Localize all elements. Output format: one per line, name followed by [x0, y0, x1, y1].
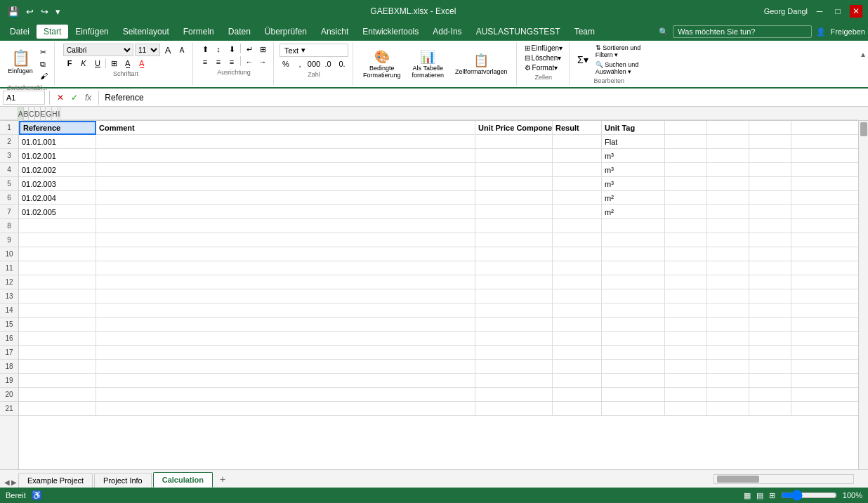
- row-num-8[interactable]: 8: [0, 219, 18, 233]
- scrollbar-thumb[interactable]: [860, 122, 867, 136]
- cell-A13[interactable]: [19, 289, 96, 303]
- cell-G11[interactable]: [665, 261, 707, 275]
- cell-H16[interactable]: [707, 332, 749, 346]
- font-name-select[interactable]: Calibri: [63, 44, 133, 56]
- cell-I8[interactable]: [749, 219, 791, 233]
- paste-button[interactable]: 📋 Einfügen: [3, 42, 38, 81]
- row-num-20[interactable]: 20: [0, 388, 18, 402]
- row-num-9[interactable]: 9: [0, 233, 18, 247]
- cell-H8[interactable]: [707, 219, 749, 233]
- cell-I13[interactable]: [749, 289, 791, 303]
- cell-I16[interactable]: [749, 332, 791, 346]
- scroll-tabs-left[interactable]: ◀: [4, 478, 10, 486]
- cell-A11[interactable]: [19, 261, 96, 275]
- cell-G7[interactable]: [665, 205, 707, 219]
- cell-A8[interactable]: [19, 219, 96, 233]
- share-button[interactable]: Freigeben: [830, 27, 865, 36]
- cell-E13[interactable]: [602, 289, 665, 303]
- cell-C9[interactable]: [475, 233, 553, 247]
- cell-D9[interactable]: [553, 233, 602, 247]
- cell-H13[interactable]: [707, 289, 749, 303]
- cell-B13[interactable]: [96, 289, 475, 303]
- cell-A21[interactable]: [19, 402, 96, 416]
- col-header-g[interactable]: G: [46, 107, 52, 121]
- cell-E19[interactable]: [602, 374, 665, 388]
- vertical-scrollbar[interactable]: [858, 121, 868, 469]
- merge-button[interactable]: ⊞: [256, 44, 269, 55]
- cell-I7[interactable]: [749, 205, 791, 219]
- row-num-11[interactable]: 11: [0, 261, 18, 275]
- name-box[interactable]: [3, 91, 45, 105]
- cell-G16[interactable]: [665, 332, 707, 346]
- borders-button[interactable]: ⊞: [107, 58, 120, 69]
- cell-B6[interactable]: [96, 191, 475, 205]
- cell-I1[interactable]: [749, 121, 791, 135]
- cell-G6[interactable]: [665, 191, 707, 205]
- cell-A4[interactable]: 01.02.002: [19, 163, 96, 177]
- formula-input[interactable]: [103, 91, 865, 104]
- cell-A10[interactable]: [19, 247, 96, 261]
- cell-B10[interactable]: [96, 247, 475, 261]
- cell-A19[interactable]: [19, 374, 96, 388]
- row-num-1[interactable]: 1: [0, 121, 18, 135]
- cell-H4[interactable]: [707, 163, 749, 177]
- cell-B12[interactable]: [96, 275, 475, 289]
- cell-G18[interactable]: [665, 360, 707, 374]
- cell-H20[interactable]: [707, 388, 749, 402]
- cell-H1[interactable]: [707, 121, 749, 135]
- col-header-e[interactable]: E: [41, 107, 46, 121]
- cell-A16[interactable]: [19, 332, 96, 346]
- cell-G17[interactable]: [665, 346, 707, 360]
- row-num-16[interactable]: 16: [0, 332, 18, 346]
- cell-C8[interactable]: [475, 219, 553, 233]
- cell-E9[interactable]: [602, 233, 665, 247]
- row-num-4[interactable]: 4: [0, 163, 18, 177]
- indent-decrease-button[interactable]: ←: [243, 56, 256, 67]
- cell-E2[interactable]: Flat: [602, 135, 665, 149]
- menu-daten[interactable]: Daten: [221, 25, 258, 39]
- align-center-button[interactable]: ≡: [212, 56, 225, 67]
- cell-A20[interactable]: [19, 388, 96, 402]
- cell-G8[interactable]: [665, 219, 707, 233]
- cell-C19[interactable]: [475, 374, 553, 388]
- menu-ueberpruefen[interactable]: Überprüfen: [258, 25, 314, 39]
- cell-D19[interactable]: [553, 374, 602, 388]
- page-break-button[interactable]: ⊞: [769, 491, 775, 500]
- minimize-button[interactable]: ─: [813, 5, 826, 18]
- align-left-button[interactable]: ≡: [199, 56, 211, 67]
- cell-E1[interactable]: Unit Tag: [602, 121, 665, 135]
- cell-C5[interactable]: [475, 177, 553, 191]
- cell-E6[interactable]: m²: [602, 191, 665, 205]
- cell-C18[interactable]: [475, 360, 553, 374]
- cell-B18[interactable]: [96, 360, 475, 374]
- cell-I9[interactable]: [749, 233, 791, 247]
- cell-E3[interactable]: m³: [602, 149, 665, 163]
- cell-I17[interactable]: [749, 346, 791, 360]
- cell-E16[interactable]: [602, 332, 665, 346]
- row-num-7[interactable]: 7: [0, 205, 18, 219]
- cell-D4[interactable]: [553, 163, 602, 177]
- cell-I5[interactable]: [749, 177, 791, 191]
- menu-start[interactable]: Start: [37, 25, 68, 39]
- menu-formeln[interactable]: Formeln: [176, 25, 221, 39]
- menu-entwicklertools[interactable]: Entwicklertools: [355, 25, 426, 39]
- menu-team[interactable]: Team: [567, 25, 602, 39]
- align-right-button[interactable]: ≡: [225, 56, 238, 67]
- cell-I19[interactable]: [749, 374, 791, 388]
- cell-D3[interactable]: [553, 149, 602, 163]
- align-top-button[interactable]: ⬆: [199, 44, 211, 55]
- scroll-tabs-right[interactable]: ▶: [11, 478, 17, 486]
- cell-E18[interactable]: [602, 360, 665, 374]
- cell-G4[interactable]: [665, 163, 707, 177]
- cell-D17[interactable]: [553, 346, 602, 360]
- cell-G3[interactable]: [665, 149, 707, 163]
- h-scrollbar-thumb[interactable]: [717, 476, 759, 483]
- cell-D21[interactable]: [553, 402, 602, 416]
- cell-B15[interactable]: [96, 318, 475, 332]
- cell-G19[interactable]: [665, 374, 707, 388]
- copy-button[interactable]: ⧉: [38, 59, 50, 70]
- cell-A7[interactable]: 01.02.005: [19, 205, 96, 219]
- cell-D10[interactable]: [553, 247, 602, 261]
- row-num-10[interactable]: 10: [0, 247, 18, 261]
- cell-H10[interactable]: [707, 247, 749, 261]
